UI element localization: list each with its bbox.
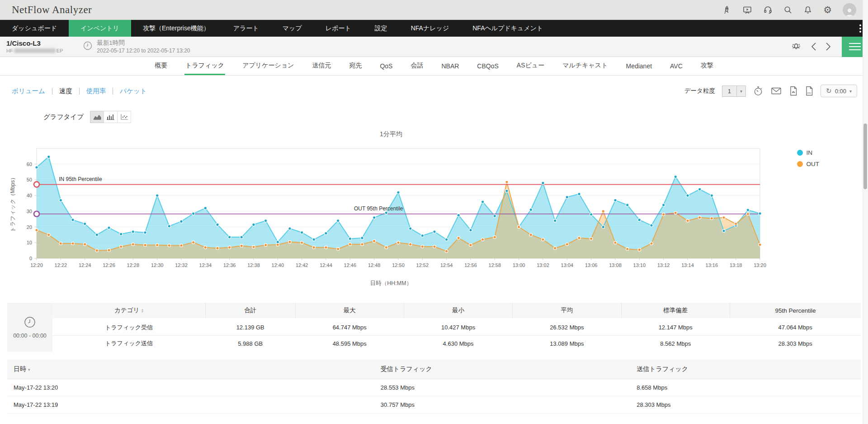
- svg-text:12:50: 12:50: [392, 262, 405, 268]
- summary-col-header[interactable]: 標準偏差: [621, 303, 730, 319]
- view-tabs: ボリューム速度使用率パケット: [12, 88, 154, 95]
- view-tab-使用率[interactable]: 使用率: [80, 88, 113, 95]
- report-tab-QoS[interactable]: QoS: [379, 62, 393, 75]
- svg-text:12:48: 12:48: [368, 262, 381, 268]
- clock-icon: [83, 41, 93, 52]
- summary-col-header[interactable]: カテゴリ▴▾: [52, 303, 205, 319]
- email-icon[interactable]: [770, 86, 782, 96]
- area-chart-type-button[interactable]: [90, 111, 104, 123]
- summary-col-header[interactable]: 平均: [513, 303, 621, 319]
- granularity-label: データ粒度: [684, 87, 715, 95]
- app-title: NetFlow Analyzer: [12, 4, 92, 16]
- legend-item-OUT[interactable]: OUT: [797, 161, 820, 167]
- svg-text:13:04: 13:04: [561, 262, 574, 268]
- view-tab-速度[interactable]: 速度: [52, 88, 80, 95]
- report-tab-宛先[interactable]: 宛先: [348, 62, 363, 75]
- nav-item-アラート[interactable]: アラート: [222, 20, 271, 37]
- sort-down-icon: ▾: [28, 367, 30, 372]
- top-header: NetFlow Analyzer ⚙: [0, 0, 868, 20]
- granularity-value: 1: [722, 88, 736, 95]
- view-tab-ボリューム[interactable]: ボリューム: [12, 88, 52, 95]
- nav-item-レポート[interactable]: レポート: [314, 20, 363, 37]
- chevron-right-icon[interactable]: [826, 42, 831, 51]
- search-icon[interactable]: [783, 5, 793, 14]
- scrollbar-thumb[interactable]: [863, 124, 867, 189]
- traffic-area-chart[interactable]: 0102030405060トラフィック（Mbps）IN 95th Percent…: [7, 143, 776, 277]
- report-tab-会話[interactable]: 会話: [410, 62, 424, 75]
- report-tab-NBAR[interactable]: NBAR: [440, 62, 460, 75]
- scatter-chart-type-button[interactable]: [117, 111, 131, 123]
- summary-col-header[interactable]: 最小: [404, 303, 512, 319]
- nav-item-NFAナレッジ[interactable]: NFAナレッジ: [399, 20, 461, 37]
- svg-text:12:54: 12:54: [440, 262, 453, 268]
- clock-icon: [23, 315, 37, 329]
- granularity-select[interactable]: 1 ▾: [722, 86, 746, 97]
- report-tab-CBQoS[interactable]: CBQoS: [476, 62, 499, 75]
- nav-item-NFAヘルプドキュメント[interactable]: NFAヘルプドキュメント: [461, 20, 555, 37]
- detail-col-header[interactable]: 日時▾: [7, 360, 374, 379]
- report-tab-Medianet[interactable]: Medianet: [625, 62, 653, 75]
- svg-text:12:24: 12:24: [79, 262, 91, 268]
- report-tab-アプリケーション[interactable]: アプリケーション: [241, 62, 295, 75]
- report-tab-AVC[interactable]: AVC: [669, 62, 684, 75]
- device-block[interactable]: 1/Cisco-L3 HFEP: [0, 39, 63, 54]
- headset-icon[interactable]: [763, 5, 773, 14]
- summary-col-header[interactable]: 合計: [205, 303, 295, 319]
- report-tab-マルチキャスト[interactable]: マルチキャスト: [561, 62, 609, 75]
- svg-text:13:02: 13:02: [537, 262, 549, 268]
- report-tab-概要[interactable]: 概要: [154, 62, 168, 75]
- svg-text:13:00: 13:00: [513, 262, 525, 268]
- summary-table: カテゴリ▴▾合計最大最小平均標準偏差95th Percentile トラフィック…: [52, 303, 861, 352]
- table-row: トラフィック送信5.988 GB48.595 Mbps4.630 Mbps13.…: [52, 335, 861, 352]
- svg-text:12:40: 12:40: [272, 262, 284, 268]
- legend-dot: [797, 150, 803, 156]
- detail-cell: May-17-22 13:20: [7, 379, 374, 396]
- summary-col-header[interactable]: 最大: [295, 303, 404, 319]
- detail-cell: 28.553 Mbps: [374, 379, 630, 396]
- avatar[interactable]: [843, 3, 856, 17]
- nav-item-攻撃（Enterprise機能）[interactable]: 攻撃（Enterprise機能）: [131, 20, 222, 37]
- topbar-icons: ⚙: [722, 3, 856, 17]
- alarm-bell-icon[interactable]: [790, 41, 802, 52]
- chevron-left-icon[interactable]: [811, 42, 816, 51]
- refresh-schedule-button[interactable]: ↻ 0:00 ▾: [821, 85, 857, 97]
- pdf-export-icon[interactable]: [789, 86, 798, 96]
- view-bar: ボリューム速度使用率パケット データ粒度 1 ▾ csv ↻ 0:00 ▾: [12, 85, 857, 97]
- presentation-icon[interactable]: [742, 5, 752, 14]
- detail-table-section: 日時▾受信トラフィック送信トラフィック May-17-22 13:2028.55…: [7, 360, 861, 414]
- nav-item-設定[interactable]: 設定: [363, 20, 399, 37]
- svg-text:12:26: 12:26: [103, 262, 115, 268]
- detail-table: 日時▾受信トラフィック送信トラフィック May-17-22 13:2028.55…: [7, 360, 861, 414]
- stopwatch-icon[interactable]: [753, 86, 764, 96]
- summary-col-header[interactable]: 95th Percentile: [730, 303, 861, 319]
- time-period[interactable]: 最新1時間 2022-05-17 12:20 to 2022-05-17 13:…: [83, 39, 190, 54]
- report-tabs: 概要トラフィックアプリケーション送信元宛先QoS会話NBARCBQoSASビュー…: [0, 57, 868, 76]
- nav-item-インベントリ[interactable]: インベントリ: [69, 20, 131, 37]
- svg-text:12:46: 12:46: [344, 262, 357, 268]
- report-tab-攻撃[interactable]: 攻撃: [700, 62, 714, 75]
- detail-col-header[interactable]: 受信トラフィック: [374, 360, 630, 379]
- legend-item-IN[interactable]: IN: [797, 149, 820, 156]
- view-tab-パケット[interactable]: パケット: [113, 88, 153, 95]
- table-row: トラフィック受信12.139 GB64.747 Mbps10.427 Mbps2…: [52, 319, 861, 335]
- detail-col-header[interactable]: 送信トラフィック: [630, 360, 861, 379]
- svg-text:12:32: 12:32: [175, 262, 188, 268]
- nav-item-ダッシュボード[interactable]: ダッシュボード: [0, 20, 69, 37]
- report-tab-送信元[interactable]: 送信元: [311, 62, 332, 75]
- bell-icon[interactable]: [803, 5, 812, 14]
- schedule-value: 0:00: [835, 88, 846, 95]
- period-range: 2022-05-17 12:20 to 2022-05-17 13:20: [97, 47, 190, 54]
- rocket-icon[interactable]: [722, 5, 731, 14]
- report-tab-トラフィック[interactable]: トラフィック: [184, 62, 225, 75]
- bar-chart-type-button[interactable]: [104, 111, 118, 123]
- scrollbar-track[interactable]: [863, 0, 868, 424]
- nav-item-マップ[interactable]: マップ: [271, 20, 314, 37]
- csv-export-icon[interactable]: csv: [805, 86, 814, 96]
- detail-cell: 8.658 Mbps: [630, 379, 861, 396]
- report-tab-ASビュー[interactable]: ASビュー: [516, 62, 545, 75]
- summary-cell: トラフィック受信: [52, 319, 205, 335]
- svg-text:50: 50: [27, 177, 32, 182]
- device-name: 1/Cisco-L3: [6, 39, 63, 48]
- gear-icon[interactable]: ⚙: [823, 5, 832, 14]
- summary-cell: 5.988 GB: [205, 335, 295, 352]
